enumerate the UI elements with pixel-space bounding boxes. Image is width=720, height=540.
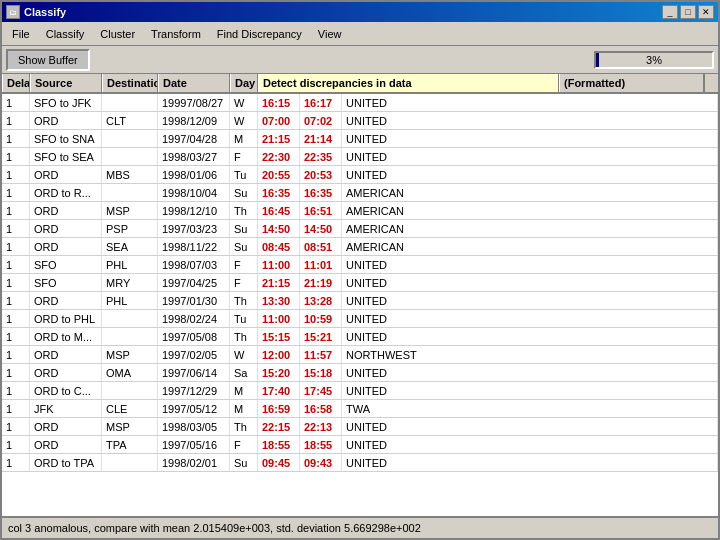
cell-time1: 11:00 <box>258 256 300 273</box>
cell-source: ORD <box>30 202 102 219</box>
cell-delay: 1 <box>2 346 30 363</box>
cell-delay: 1 <box>2 310 30 327</box>
table-row[interactable]: 1 ORD CLT 1998/12/09 W 07:00 07:02 UNITE… <box>2 112 718 130</box>
table-row[interactable]: 1 ORD MBS 1998/01/06 Tu 20:55 20:53 UNIT… <box>2 166 718 184</box>
menu-file[interactable]: File <box>4 26 38 42</box>
cell-time2: 11:57 <box>300 346 342 363</box>
cell-day: Sa <box>230 364 258 381</box>
menu-find-discrepancy[interactable]: Find Discrepancy <box>209 26 310 42</box>
cell-date: 1997/05/12 <box>158 400 230 417</box>
table-row[interactable]: 1 ORD PSP 1997/03/23 Su 14:50 14:50 AMER… <box>2 220 718 238</box>
cell-date: 1998/12/09 <box>158 112 230 129</box>
cell-time1: 16:45 <box>258 202 300 219</box>
cell-day: F <box>230 148 258 165</box>
maximize-button[interactable]: □ <box>680 5 696 19</box>
table-row[interactable]: 1 ORD TPA 1997/05/16 F 18:55 18:55 UNITE… <box>2 436 718 454</box>
cell-day: F <box>230 256 258 273</box>
cell-source: ORD <box>30 220 102 237</box>
table-row[interactable]: 1 ORD to M... 1997/05/08 Th 15:15 15:21 … <box>2 328 718 346</box>
cell-day: M <box>230 382 258 399</box>
cell-dest: MSP <box>102 346 158 363</box>
cell-source: ORD <box>30 112 102 129</box>
cell-source: ORD to TPA <box>30 454 102 471</box>
cell-day: Th <box>230 328 258 345</box>
table-container[interactable]: 1 SFO to JFK 19997/08/27 W 16:15 16:17 U… <box>2 94 718 516</box>
show-buffer-button[interactable]: Show Buffer <box>6 49 90 71</box>
cell-time1: 13:30 <box>258 292 300 309</box>
cell-source: ORD to R... <box>30 184 102 201</box>
cell-time1: 08:45 <box>258 238 300 255</box>
cell-delay: 1 <box>2 130 30 147</box>
cell-time2: 07:02 <box>300 112 342 129</box>
table-row[interactable]: 1 SFO MRY 1997/04/25 F 21:15 21:19 UNITE… <box>2 274 718 292</box>
table-row[interactable]: 1 ORD OMA 1997/06/14 Sa 15:20 15:18 UNIT… <box>2 364 718 382</box>
table-row[interactable]: 1 ORD to PHL 1998/02/24 Tu 11:00 10:59 U… <box>2 310 718 328</box>
menu-transform[interactable]: Transform <box>143 26 209 42</box>
table-row[interactable]: 1 SFO to SEA 1998/03/27 F 22:30 22:35 UN… <box>2 148 718 166</box>
cell-time2: 11:01 <box>300 256 342 273</box>
table-row[interactable]: 1 JFK CLE 1997/05/12 M 16:59 16:58 TWA <box>2 400 718 418</box>
cell-date: 1998/12/10 <box>158 202 230 219</box>
cell-dest <box>102 148 158 165</box>
cell-source: SFO to SEA <box>30 148 102 165</box>
table-row[interactable]: 1 ORD SEA 1998/11/22 Su 08:45 08:51 AMER… <box>2 238 718 256</box>
cell-source: ORD <box>30 346 102 363</box>
cell-delay: 1 <box>2 184 30 201</box>
col-formatted: (Formatted) <box>559 74 704 92</box>
window-title: Classify <box>24 6 66 18</box>
cell-delay: 1 <box>2 274 30 291</box>
cell-delay: 1 <box>2 436 30 453</box>
cell-time2: 21:19 <box>300 274 342 291</box>
cell-dest <box>102 454 158 471</box>
app-icon: 🗂 <box>6 5 20 19</box>
cell-day: Su <box>230 184 258 201</box>
table-row[interactable]: 1 SFO to JFK 19997/08/27 W 16:15 16:17 U… <box>2 94 718 112</box>
cell-source: SFO <box>30 256 102 273</box>
table-row[interactable]: 1 ORD PHL 1997/01/30 Th 13:30 13:28 UNIT… <box>2 292 718 310</box>
cell-time1: 17:40 <box>258 382 300 399</box>
cell-day: Th <box>230 418 258 435</box>
cell-date: 1997/04/28 <box>158 130 230 147</box>
cell-date: 1998/11/22 <box>158 238 230 255</box>
cell-source: ORD <box>30 238 102 255</box>
table-row[interactable]: 1 SFO PHL 1998/07/03 F 11:00 11:01 UNITE… <box>2 256 718 274</box>
table-row[interactable]: 1 ORD MSP 1997/02/05 W 12:00 11:57 NORTH… <box>2 346 718 364</box>
cell-time2: 17:45 <box>300 382 342 399</box>
cell-dest <box>102 184 158 201</box>
minimize-button[interactable]: _ <box>662 5 678 19</box>
table-row[interactable]: 1 ORD MSP 1998/12/10 Th 16:45 16:51 AMER… <box>2 202 718 220</box>
cell-dest: OMA <box>102 364 158 381</box>
cell-day: Tu <box>230 310 258 327</box>
table-row[interactable]: 1 SFO to SNA 1997/04/28 M 21:15 21:14 UN… <box>2 130 718 148</box>
table-row[interactable]: 1 ORD to R... 1998/10/04 Su 16:35 16:35 … <box>2 184 718 202</box>
cell-delay: 1 <box>2 364 30 381</box>
progress-text: 3% <box>596 54 712 66</box>
cell-time2: 16:17 <box>300 94 342 111</box>
cell-time2: 20:53 <box>300 166 342 183</box>
menu-view[interactable]: View <box>310 26 350 42</box>
cell-formatted: UNITED <box>342 328 718 345</box>
cell-delay: 1 <box>2 220 30 237</box>
cell-formatted: UNITED <box>342 292 718 309</box>
title-controls: _ □ ✕ <box>662 5 714 19</box>
menu-classify[interactable]: Classify <box>38 26 93 42</box>
table-row[interactable]: 1 ORD MSP 1998/03/05 Th 22:15 22:13 UNIT… <box>2 418 718 436</box>
cell-dest: PSP <box>102 220 158 237</box>
cell-dest <box>102 94 158 111</box>
menu-cluster[interactable]: Cluster <box>92 26 143 42</box>
cell-day: Su <box>230 454 258 471</box>
table-row[interactable]: 1 ORD to C... 1997/12/29 M 17:40 17:45 U… <box>2 382 718 400</box>
cell-time2: 18:55 <box>300 436 342 453</box>
cell-formatted: UNITED <box>342 454 718 471</box>
cell-time2: 13:28 <box>300 292 342 309</box>
cell-dest <box>102 328 158 345</box>
cell-time1: 18:55 <box>258 436 300 453</box>
cell-day: Th <box>230 292 258 309</box>
cell-time2: 16:35 <box>300 184 342 201</box>
col-day: Day <box>230 74 258 92</box>
cell-formatted: AMERICAN <box>342 238 718 255</box>
cell-delay: 1 <box>2 166 30 183</box>
data-area: 1 SFO to JFK 19997/08/27 W 16:15 16:17 U… <box>2 94 718 516</box>
table-row[interactable]: 1 ORD to TPA 1998/02/01 Su 09:45 09:43 U… <box>2 454 718 472</box>
close-button[interactable]: ✕ <box>698 5 714 19</box>
